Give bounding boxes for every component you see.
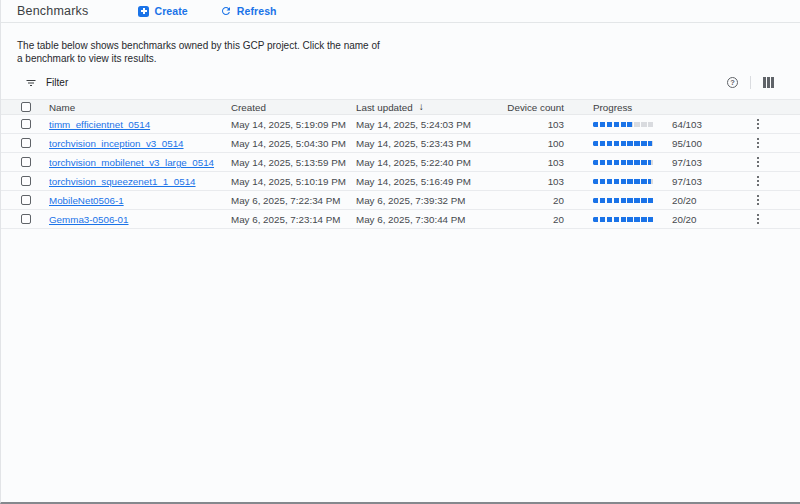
created-cell: May 6, 2025, 7:23:14 PM — [231, 214, 356, 225]
benchmark-name-link[interactable]: timm_efficientnet_0514 — [49, 119, 231, 130]
column-header-progress[interactable]: Progress — [566, 102, 736, 113]
progress-bar — [593, 217, 655, 222]
toolbar-divider — [750, 76, 751, 89]
created-cell: May 14, 2025, 5:10:19 PM — [231, 176, 356, 187]
row-checkbox-cell — [1, 214, 49, 224]
refresh-button-label: Refresh — [237, 5, 277, 17]
progress-label: 95/100 — [672, 138, 702, 149]
filter-label: Filter — [46, 77, 68, 88]
device-count-cell: 20 — [504, 195, 566, 206]
row-actions-menu-button[interactable] — [754, 193, 762, 207]
table-row: torchvision_inception_v3_0514 May 14, 20… — [1, 134, 800, 153]
help-icon[interactable]: ? — [727, 77, 738, 88]
row-checkbox[interactable] — [21, 195, 31, 205]
progress-bar — [593, 141, 655, 146]
row-actions-menu-button[interactable] — [754, 174, 762, 188]
device-count-cell: 20 — [504, 214, 566, 225]
progress-bar — [593, 160, 655, 165]
progress-bar — [593, 198, 655, 203]
table-row: Gemma3-0506-01 May 6, 2025, 7:23:14 PM M… — [1, 210, 800, 229]
device-count-cell: 103 — [504, 176, 566, 187]
benchmark-name-link[interactable]: torchvision_inception_v3_0514 — [49, 138, 231, 149]
last-updated-cell: May 14, 2025, 5:16:49 PM — [356, 176, 504, 187]
filter-button[interactable]: Filter — [25, 77, 68, 89]
header-actions: Create Refresh — [134, 3, 280, 19]
benchmark-name-link[interactable]: torchvision_mobilenet_v3_large_0514 — [49, 157, 231, 168]
created-cell: May 14, 2025, 5:13:59 PM — [231, 157, 356, 168]
table-toolbar: Filter ? — [1, 74, 800, 91]
last-updated-cell: May 14, 2025, 5:24:03 PM — [356, 119, 504, 130]
row-actions-menu-button[interactable] — [754, 212, 762, 226]
row-checkbox-cell — [1, 138, 49, 148]
last-updated-cell: May 6, 2025, 7:39:32 PM — [356, 195, 504, 206]
row-checkbox[interactable] — [21, 176, 31, 186]
benchmark-name-link[interactable]: Gemma3-0506-01 — [49, 214, 231, 225]
refresh-button[interactable]: Refresh — [216, 3, 281, 19]
sort-descending-icon[interactable]: ↓ — [419, 102, 424, 112]
progress-bar — [593, 179, 655, 184]
progress-bar — [593, 122, 655, 127]
plus-icon — [138, 6, 149, 17]
progress-label: 20/20 — [672, 214, 697, 225]
table-body: timm_efficientnet_0514 May 14, 2025, 5:1… — [1, 115, 800, 229]
select-all-checkbox[interactable] — [21, 102, 31, 112]
row-checkbox[interactable] — [21, 214, 31, 224]
table-header-row: Name Created Last updated ↓ Device count… — [1, 99, 800, 115]
device-count-cell: 103 — [504, 119, 566, 130]
column-header-device-count[interactable]: Device count — [504, 102, 566, 113]
page-header: Benchmarks Create Refresh — [1, 0, 800, 23]
benchmarks-page: Benchmarks Create Refresh The table belo… — [0, 0, 800, 504]
last-updated-cell: May 14, 2025, 5:22:40 PM — [356, 157, 504, 168]
device-count-cell: 103 — [504, 157, 566, 168]
created-cell: May 14, 2025, 5:04:30 PM — [231, 138, 356, 149]
row-checkbox-cell — [1, 157, 49, 167]
benchmark-name-link[interactable]: MobileNet0506-1 — [49, 195, 231, 206]
row-actions-menu-button[interactable] — [754, 155, 762, 169]
table-row: torchvision_mobilenet_v3_large_0514 May … — [1, 153, 800, 172]
row-actions-menu-button[interactable] — [754, 117, 762, 131]
progress-label: 64/103 — [672, 119, 702, 130]
column-header-created[interactable]: Created — [231, 102, 356, 113]
filter-icon — [25, 77, 37, 89]
header-checkbox-cell — [1, 102, 49, 112]
progress-label: 97/103 — [672, 176, 702, 187]
device-count-cell: 100 — [504, 138, 566, 149]
row-checkbox-cell — [1, 176, 49, 186]
table-row: torchvision_squeezenet1_1_0514 May 14, 2… — [1, 172, 800, 191]
row-checkbox-cell — [1, 119, 49, 129]
row-actions-menu-button[interactable] — [754, 136, 762, 150]
row-checkbox[interactable] — [21, 157, 31, 167]
column-header-name[interactable]: Name — [49, 102, 231, 113]
created-cell: May 14, 2025, 5:19:09 PM — [231, 119, 356, 130]
progress-label: 20/20 — [672, 195, 697, 206]
progress-label: 97/103 — [672, 157, 702, 168]
toolbar-right: ? — [727, 76, 784, 89]
column-header-last-updated[interactable]: Last updated ↓ — [356, 102, 504, 113]
create-button[interactable]: Create — [134, 3, 191, 19]
create-button-label: Create — [154, 5, 187, 17]
page-description: The table below shows benchmarks owned b… — [1, 23, 401, 65]
table-row: timm_efficientnet_0514 May 14, 2025, 5:1… — [1, 115, 800, 134]
benchmark-name-link[interactable]: torchvision_squeezenet1_1_0514 — [49, 176, 231, 187]
row-checkbox-cell — [1, 195, 49, 205]
benchmarks-table: Name Created Last updated ↓ Device count… — [1, 99, 800, 229]
created-cell: May 6, 2025, 7:22:34 PM — [231, 195, 356, 206]
page-title: Benchmarks — [17, 4, 88, 18]
refresh-icon — [220, 5, 232, 17]
row-checkbox[interactable] — [21, 119, 31, 129]
last-updated-cell: May 6, 2025, 7:30:44 PM — [356, 214, 504, 225]
column-display-icon[interactable] — [763, 77, 784, 88]
row-checkbox[interactable] — [21, 138, 31, 148]
table-row: MobileNet0506-1 May 6, 2025, 7:22:34 PM … — [1, 191, 800, 210]
last-updated-cell: May 14, 2025, 5:23:43 PM — [356, 138, 504, 149]
